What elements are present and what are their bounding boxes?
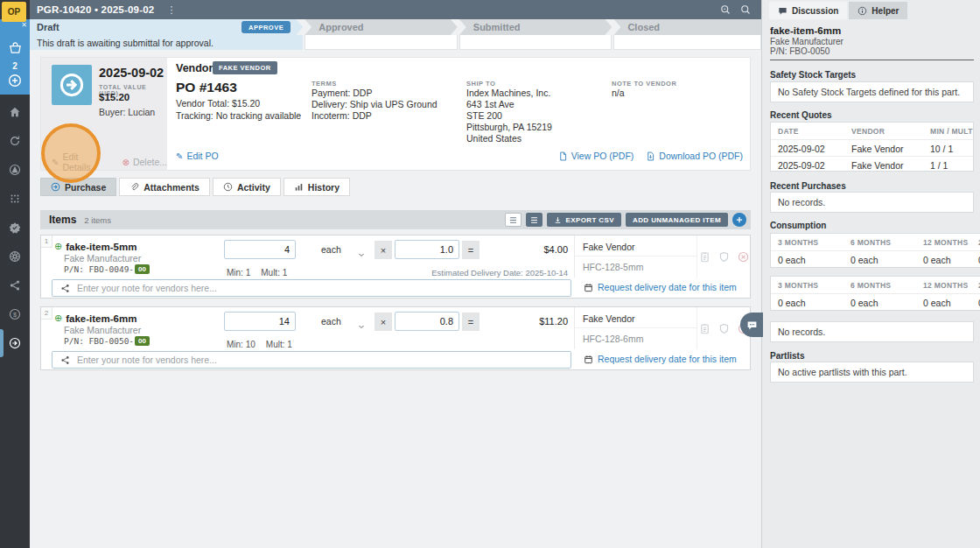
tab-activity[interactable]: Activity: [213, 178, 281, 196]
vendor-name: Fake Vendor: [575, 307, 696, 328]
compact-view-toggle[interactable]: [526, 213, 542, 227]
calendar-icon: [584, 283, 593, 292]
kebab-menu-icon[interactable]: ⋮: [166, 4, 176, 16]
delete-link[interactable]: ⊗ Delete...: [122, 151, 168, 172]
view-po-pdf-link[interactable]: View PO (PDF): [558, 151, 634, 161]
operations-icon[interactable]: [0, 246, 30, 267]
chevron-down-icon[interactable]: [358, 246, 365, 262]
shield-icon[interactable]: [718, 323, 730, 334]
item-manufacturer: Fake Manufacturer: [64, 253, 141, 263]
home-icon[interactable]: [0, 102, 30, 123]
clipboard-icon[interactable]: [699, 251, 710, 263]
share-note-icon: [60, 355, 70, 365]
helper-part-manufacturer: Fake Manufacturer: [770, 37, 844, 46]
active-nav-indicator: [0, 329, 4, 357]
vendor-note-field[interactable]: [52, 279, 571, 297]
consumption-table: 3 MONTHS 6 MONTHS 12 MONTHS 24 MONTHS 0 …: [770, 233, 980, 268]
quantity-input[interactable]: [224, 312, 296, 331]
vendor-part-number: HFC-128-6mm: [575, 328, 696, 344]
document-icon: [558, 151, 568, 161]
add-to-cart-icon[interactable]: [0, 74, 30, 91]
inventory-icon[interactable]: [0, 188, 30, 209]
remove-item-icon[interactable]: [738, 251, 749, 263]
approve-button[interactable]: APPROVE: [242, 21, 290, 33]
chevron-down-icon[interactable]: [358, 318, 365, 334]
helper-part-number: P/N: FBO-0050: [770, 46, 830, 56]
edit-po-link[interactable]: ✎ Edit PO: [176, 151, 219, 161]
unit-price-input[interactable]: [395, 312, 459, 331]
equals-operator: =: [462, 241, 480, 259]
part-revision-badge: 00: [135, 264, 150, 274]
recent-quotes-table: DATE VENDOR MIN / MULT 2025-09-02 Fake V…: [770, 122, 974, 172]
vendor-note-field[interactable]: [52, 351, 571, 369]
vendor-total: Vendor Total: $15.20: [176, 98, 260, 109]
quality-icon[interactable]: [0, 217, 30, 238]
production-icon[interactable]: [0, 159, 30, 180]
search-icon[interactable]: [740, 4, 751, 15]
item-name[interactable]: ⊕ fake-item-6mm: [54, 313, 136, 324]
recent-purchases-empty: No records.: [770, 192, 974, 213]
request-delivery-date-link[interactable]: Request delivery date for this item: [584, 282, 737, 292]
min-mult-info: Min: 1Mult: 1: [227, 268, 287, 278]
download-po-pdf-link[interactable]: Download PO (PDF): [646, 151, 743, 161]
vendor-note-input[interactable]: [77, 355, 570, 365]
export-csv-button[interactable]: EXPORT CSV: [547, 213, 621, 227]
add-item-icon[interactable]: [732, 213, 746, 227]
unit-select[interactable]: each: [321, 316, 341, 327]
request-delivery-date-link[interactable]: Request delivery date for this item: [584, 354, 737, 364]
tab-purchase[interactable]: Purchase: [40, 178, 116, 196]
tab-attachments[interactable]: Attachments: [119, 178, 210, 196]
app-logo[interactable]: OP: [2, 2, 26, 22]
close-icon[interactable]: ✕: [21, 21, 27, 29]
row-number: 2: [41, 307, 52, 320]
workflow-step-closed: Closed: [613, 19, 761, 35]
quantity-input[interactable]: [224, 240, 296, 259]
workflow-note-row: This draft is awaiting submittal for app…: [30, 35, 761, 50]
unit-price-input[interactable]: [395, 240, 459, 259]
note-to-vendor-value: n/a: [612, 88, 676, 99]
item-name[interactable]: ⊕ fake-item-5mm: [54, 241, 136, 252]
table-header-row: 3 MONTHS 6 MONTHS 12 MONTHS 24 MONTHS: [771, 277, 980, 293]
vendor-note-input[interactable]: [77, 283, 570, 293]
info-icon: [858, 6, 867, 16]
bar-chart-icon: [294, 182, 304, 192]
download-icon: [646, 151, 655, 161]
table-header-row: 3 MONTHS 6 MONTHS 12 MONTHS 24 MONTHS: [771, 234, 980, 250]
sales-icon[interactable]: $: [0, 304, 30, 325]
calendar-icon: [584, 355, 593, 364]
list-view-toggle[interactable]: [505, 213, 522, 227]
unit-select[interactable]: each: [321, 244, 341, 255]
detail-tabs: Purchase Attachments Activity History: [40, 178, 350, 196]
line-total: $4.00: [482, 244, 568, 255]
cart-icon[interactable]: [0, 42, 30, 59]
chat-bubble-icon: [778, 6, 788, 16]
edit-details-link[interactable]: ✎ Edit Details: [52, 151, 108, 172]
share-icon[interactable]: [0, 275, 30, 296]
equals-operator: =: [462, 313, 480, 331]
barcode-search-icon[interactable]: [720, 4, 731, 15]
consumption-empty: No records.: [770, 321, 974, 342]
tab-discussion[interactable]: Discussion: [769, 2, 847, 19]
vendor-label: Vendor: [176, 62, 213, 74]
vendor-cell: Fake Vendor HFC-128-6mm: [574, 307, 696, 349]
draft-label: Draft: [37, 22, 60, 32]
sync-icon[interactable]: [0, 130, 30, 151]
ship-to-section: SHIP TO Index Machines, Inc. 643 1st Ave…: [466, 80, 552, 144]
recent-purchases-header: Recent Purchases: [770, 181, 846, 191]
export-icon: [554, 216, 562, 224]
vendor-cell: Fake Vendor HFC-128-5mm: [574, 235, 696, 278]
purchasing-icon[interactable]: [0, 333, 30, 354]
tab-history[interactable]: History: [284, 178, 350, 196]
buyer: Buyer: Lucian: [99, 107, 155, 117]
delete-icon: ⊗: [122, 158, 130, 167]
vendor-badge[interactable]: FAKE VENDOR: [213, 61, 277, 74]
add-unmanaged-item-button[interactable]: ADD UNMANAGED ITEM: [626, 213, 728, 227]
divider: [770, 60, 974, 60]
clipboard-icon[interactable]: [699, 323, 710, 334]
tab-helper[interactable]: Helper: [849, 2, 907, 19]
discussion-toggle-handle[interactable]: [740, 313, 763, 337]
vendor-part-number: HFC-128-5mm: [575, 256, 696, 272]
helper-part-name: fake-item-6mm: [770, 25, 841, 36]
shield-icon[interactable]: [718, 251, 730, 263]
consumption-table: 3 MONTHS 6 MONTHS 12 MONTHS 24 MONTHS 0 …: [770, 276, 980, 311]
